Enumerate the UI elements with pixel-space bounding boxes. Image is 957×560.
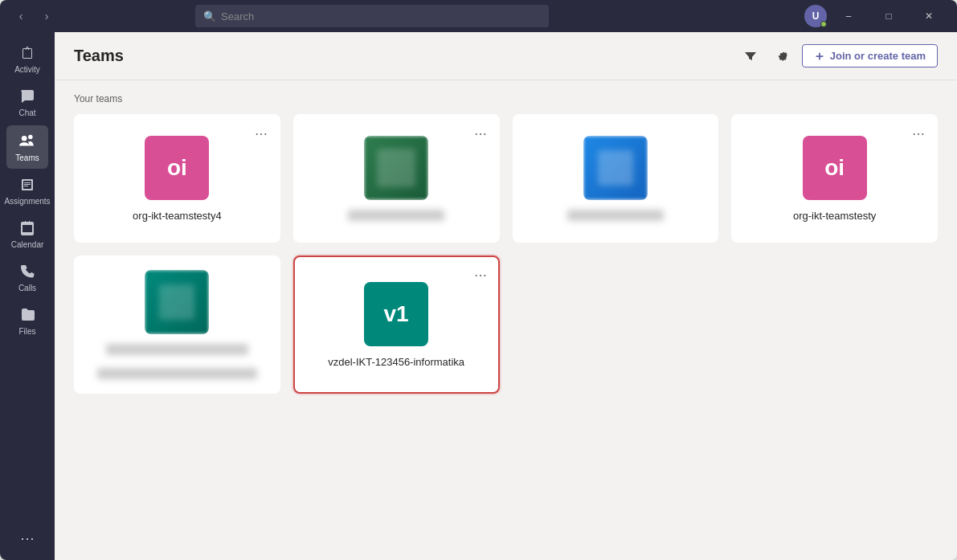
team-logo — [583, 136, 648, 200]
team-more-button[interactable]: ⋯ — [909, 124, 928, 143]
team-logo: oi — [803, 136, 867, 200]
sidebar-item-calls-label: Calls — [18, 284, 36, 292]
calls-icon — [19, 264, 35, 282]
team-logo: v1 — [364, 282, 428, 346]
sidebar-item-activity[interactable]: Activity — [6, 39, 48, 80]
avatar[interactable]: U — [804, 5, 827, 27]
team-name: org-ikt-teamstesty4 — [133, 210, 222, 222]
teams-area: Your teams ⋯ oi org-ikt-teamstesty4 ⋯ — [55, 80, 957, 560]
team-more-button[interactable]: ⋯ — [471, 265, 490, 284]
sidebar-item-teams-label: Teams — [15, 153, 39, 162]
activity-icon — [19, 45, 35, 63]
search-icon: 🔍 — [203, 10, 216, 22]
team-logo — [145, 270, 209, 334]
team-logo — [364, 136, 428, 200]
join-icon — [814, 51, 825, 62]
team-logo-blurred-blue — [583, 136, 648, 200]
filter-icon — [744, 50, 757, 63]
team-name-blurred-2 — [97, 368, 257, 379]
team-name-blurred — [567, 210, 664, 221]
sidebar-item-teams[interactable]: Teams — [6, 125, 48, 169]
page-title: Teams — [74, 47, 728, 65]
svg-point-0 — [28, 135, 33, 140]
team-more-button[interactable]: ⋯ — [252, 124, 271, 143]
team-name-blurred — [106, 344, 248, 355]
team-card-org-ikt-teamstesty4[interactable]: ⋯ oi org-ikt-teamstesty4 — [74, 114, 280, 243]
sidebar-item-activity-label: Activity — [14, 65, 40, 74]
status-indicator — [820, 21, 827, 27]
settings-button[interactable] — [770, 43, 795, 69]
gear-icon — [776, 50, 789, 63]
back-button[interactable]: ‹ — [10, 5, 32, 27]
top-bar: Teams — [55, 32, 957, 80]
team-card-vzdel-ikt[interactable]: ⋯ v1 vzdel-IKT-123456-informatika — [293, 255, 500, 394]
team-card-blurred-3[interactable]: ⋯ — [74, 255, 280, 394]
teams-grid-row2: ⋯ ⋯ v1 — [74, 255, 938, 394]
team-logo-text: oi — [824, 155, 845, 181]
team-name: vzdel-IKT-123456-informatika — [328, 356, 464, 368]
main-content: Teams — [55, 32, 957, 560]
minimize-button[interactable]: – — [830, 3, 867, 29]
maximize-button[interactable]: □ — [870, 3, 907, 29]
files-icon — [19, 307, 35, 325]
teams-grid-row1: ⋯ oi org-ikt-teamstesty4 ⋯ — [74, 114, 938, 243]
teams-icon — [18, 132, 36, 152]
sidebar: Activity Chat — [0, 32, 55, 560]
title-bar-right: U – □ ✕ — [804, 3, 947, 29]
team-name: org-ikt-teamstesty — [793, 210, 876, 222]
calendar-icon — [19, 220, 35, 239]
join-create-team-button[interactable]: Join or create team — [802, 44, 938, 67]
section-label: Your teams — [74, 93, 938, 104]
team-card-blurred-2[interactable]: ⋯ — [513, 114, 719, 243]
app-body: Activity Chat — [0, 32, 957, 560]
team-more-button[interactable]: ⋯ — [471, 124, 490, 143]
sidebar-item-assignments-label: Assignments — [4, 197, 50, 206]
sidebar-item-chat-label: Chat — [18, 108, 35, 117]
search-bar-container: 🔍 — [195, 5, 549, 27]
title-bar: ‹ › 🔍 U – □ ✕ — [0, 0, 957, 32]
sidebar-item-calendar[interactable]: Calendar — [6, 214, 48, 255]
sidebar-item-calls[interactable]: Calls — [6, 257, 48, 299]
sidebar-item-files[interactable]: Files — [6, 300, 48, 342]
team-logo-blurred — [364, 136, 428, 200]
team-logo-text: v1 — [384, 301, 409, 327]
sidebar-item-chat[interactable]: Chat — [6, 82, 48, 124]
close-button[interactable]: ✕ — [910, 3, 947, 29]
sidebar-item-assignments[interactable]: Assignments — [6, 170, 48, 212]
team-card-org-ikt-teamstesty[interactable]: ⋯ oi org-ikt-teamstesty — [731, 114, 938, 243]
team-card-blurred-1[interactable]: ⋯ — [293, 114, 500, 243]
filter-button[interactable] — [738, 43, 763, 69]
top-bar-actions: Join or create team — [738, 43, 938, 69]
chat-icon — [19, 88, 35, 107]
more-dots-icon: ⋯ — [20, 529, 35, 547]
team-logo: oi — [145, 136, 209, 200]
sidebar-more-button[interactable]: ⋯ — [6, 523, 48, 554]
team-logo-blurred-teal — [145, 270, 209, 334]
search-input[interactable] — [221, 10, 541, 22]
sidebar-item-files-label: Files — [18, 327, 35, 336]
team-logo-text: oi — [167, 155, 187, 181]
svg-point-1 — [22, 136, 27, 141]
team-name-blurred — [348, 210, 444, 221]
forward-button[interactable]: › — [35, 5, 58, 27]
assignments-icon — [19, 177, 35, 195]
join-create-label: Join or create team — [830, 50, 926, 62]
nav-arrows: ‹ › — [10, 5, 58, 27]
sidebar-item-calendar-label: Calendar — [11, 240, 44, 249]
